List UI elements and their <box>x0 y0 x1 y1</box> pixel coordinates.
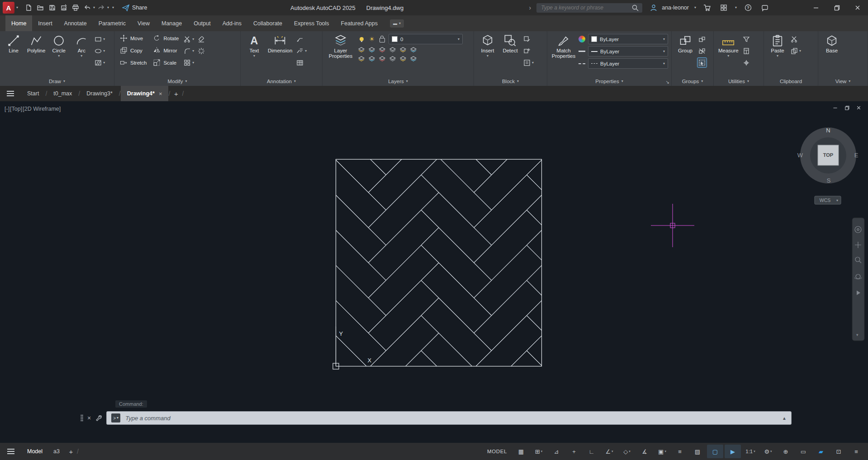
circle-button[interactable]: Circle▾ <box>48 33 69 58</box>
navbar-caret-icon[interactable]: ▾ <box>856 333 859 337</box>
ribbon-tab-home[interactable]: Home <box>5 15 32 31</box>
ribbon-tab-manage[interactable]: Manage <box>156 15 188 31</box>
lineweight-icon[interactable] <box>579 51 585 52</box>
line-button[interactable]: Line <box>3 33 24 53</box>
viewport-restore-icon[interactable] <box>844 105 850 111</box>
array-button[interactable]: ▾ <box>183 58 195 67</box>
linetype-icon[interactable] <box>579 63 585 64</box>
navigation-bar[interactable]: ▾ <box>852 218 864 341</box>
search-icon[interactable] <box>631 4 639 11</box>
id-point-button[interactable] <box>742 58 751 67</box>
annotation-monitor-toggle[interactable]: ⊕ <box>778 445 794 458</box>
edit-attributes-button[interactable] <box>522 34 535 44</box>
quick-calculator-button[interactable] <box>742 46 751 56</box>
make-object-layer-current-icon[interactable] <box>399 46 407 53</box>
help-icon[interactable]: ? <box>742 2 754 14</box>
move-button[interactable]: Move <box>118 33 149 43</box>
fillet-button[interactable]: ▾ <box>183 46 195 56</box>
command-input-field[interactable]: >▾ ▲ <box>106 411 792 425</box>
polyline-button[interactable]: Polyline <box>26 33 47 53</box>
close-button[interactable] <box>847 0 868 15</box>
customization-button[interactable]: ≡ <box>848 445 864 458</box>
viewport-visual-style-control[interactable]: [2D Wireframe] <box>23 106 61 112</box>
herringbone-hatch[interactable] <box>104 101 843 443</box>
apps-caret-icon[interactable]: ▾ <box>735 6 737 9</box>
ribbon-tab-parametric[interactable]: Parametric <box>93 15 132 31</box>
quick-select-button[interactable] <box>742 34 751 44</box>
text-button[interactable]: A Text▾ <box>244 33 265 58</box>
annotation-scale-button[interactable]: 1:1▾ <box>742 445 759 458</box>
layer-lock-icon[interactable] <box>378 35 386 43</box>
object-snap-tracking-toggle[interactable]: ∡ <box>636 445 653 458</box>
rectangle-button[interactable]: ▾ <box>94 34 106 44</box>
restore-button[interactable] <box>826 0 847 15</box>
grid-display-toggle[interactable]: ▦ <box>513 445 529 458</box>
panel-footer-groups[interactable]: Groups▾ <box>672 76 713 86</box>
layer-previous-icon[interactable] <box>378 55 386 62</box>
copy-button[interactable]: Copy <box>118 45 149 56</box>
group-button[interactable]: Group <box>675 33 696 53</box>
panel-footer-properties[interactable]: Properties▾ <box>547 76 671 86</box>
redo-caret-icon[interactable]: ▾ <box>107 6 109 9</box>
file-tab-drawing3[interactable]: Drawing3* <box>80 86 119 101</box>
viewport-close-icon[interactable] <box>856 105 862 111</box>
isometric-drafting-toggle[interactable]: ◇▾ <box>619 445 635 458</box>
layer-off-pick-icon[interactable] <box>389 46 397 53</box>
turn-all-layers-on-icon[interactable] <box>357 55 365 62</box>
app-menu-caret-icon[interactable]: ▾ <box>16 6 18 9</box>
viewcube-west[interactable]: W <box>797 152 803 159</box>
minimize-button[interactable] <box>806 0 826 15</box>
wcs-menu[interactable]: WCS ▾ <box>815 196 841 204</box>
qat-customize-caret-icon[interactable]: ▾ <box>112 6 114 9</box>
viewport-view-control[interactable]: [Top] <box>10 106 22 112</box>
new-drawing-tab-button[interactable]: + <box>170 86 182 101</box>
infer-constraints-toggle[interactable]: ⊿ <box>548 445 564 458</box>
panel-footer-modify[interactable]: Modify▾ <box>114 76 240 86</box>
new-layout-button[interactable]: + <box>65 448 77 455</box>
panel-footer-clipboard[interactable]: Clipboard <box>764 76 818 86</box>
panel-footer-block[interactable]: Block▾ <box>474 76 547 86</box>
command-customize-icon[interactable] <box>95 414 102 422</box>
layer-isolate-icon[interactable] <box>357 46 365 53</box>
share-button[interactable]: Share <box>122 4 147 11</box>
scale-button[interactable]: Scale <box>151 57 181 68</box>
new-drawing-button[interactable] <box>23 2 34 14</box>
user-avatar-icon[interactable] <box>648 2 659 14</box>
redo-button[interactable] <box>95 2 107 14</box>
file-tabs-menu-button[interactable] <box>0 93 21 94</box>
viewport-menu-control[interactable]: [-] <box>5 106 9 112</box>
selection-cycling-toggle[interactable]: ▢ <box>707 445 723 458</box>
explode-button[interactable] <box>197 46 206 56</box>
linetype-combo[interactable]: ByLayer ▾ <box>588 58 668 69</box>
model-space-canvas[interactable]: N W E S TOP WCS ▾ <box>0 101 868 443</box>
layer-merge-icon[interactable] <box>409 55 417 62</box>
viewcube-south[interactable]: S <box>827 177 831 184</box>
clean-screen-button[interactable]: ⊡ <box>830 445 847 458</box>
mirror-button[interactable]: Mirror <box>151 45 181 56</box>
model-tab[interactable]: Model <box>22 443 48 460</box>
ungroup-button[interactable] <box>697 46 707 56</box>
command-line-bar[interactable]: × >▾ ▲ <box>81 411 792 425</box>
layer-combo[interactable]: 0 ▾ <box>389 34 463 44</box>
panel-footer-layers[interactable]: Layers▾ <box>323 76 474 86</box>
ribbon-tab-add-ins[interactable]: Add-ins <box>217 15 247 31</box>
panel-footer-draw[interactable]: Draw▾ <box>0 76 114 86</box>
layer-unisolate-icon[interactable] <box>368 46 376 53</box>
trim-button[interactable]: ▾ <box>183 34 195 44</box>
app-menu-button[interactable]: A <box>3 2 14 14</box>
search-collapse-icon[interactable]: › <box>529 4 531 11</box>
leader-button[interactable] <box>295 34 308 44</box>
drawing-area[interactable]: N W E S TOP WCS ▾ <box>0 101 868 443</box>
stretch-button[interactable]: Stretch <box>118 57 149 68</box>
plot-button[interactable] <box>70 2 81 14</box>
layer-freeze-icon[interactable]: ☀ <box>368 35 376 43</box>
panel-footer-utilities[interactable]: Utilities▾ <box>714 76 764 86</box>
file-tab-t0max[interactable]: t0_max <box>47 86 78 101</box>
ribbon-tab-featured-apps[interactable]: Featured Apps <box>335 15 384 31</box>
object-color-combo[interactable]: ByLayer ▾ <box>588 34 668 44</box>
cart-icon[interactable] <box>702 2 713 14</box>
object-snap-toggle[interactable]: ▣▾ <box>654 445 670 458</box>
model-space-label[interactable]: MODEL <box>487 449 507 454</box>
layer-match-icon[interactable] <box>409 46 417 53</box>
rotate-button[interactable]: Rotate <box>151 33 181 43</box>
